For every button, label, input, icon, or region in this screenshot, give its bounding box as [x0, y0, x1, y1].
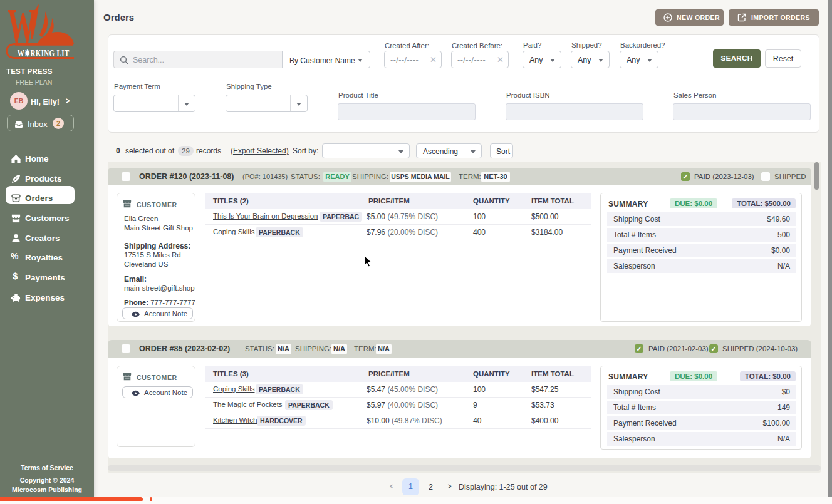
svg-text:W✸RKING LIT: W✸RKING LIT	[18, 48, 70, 58]
